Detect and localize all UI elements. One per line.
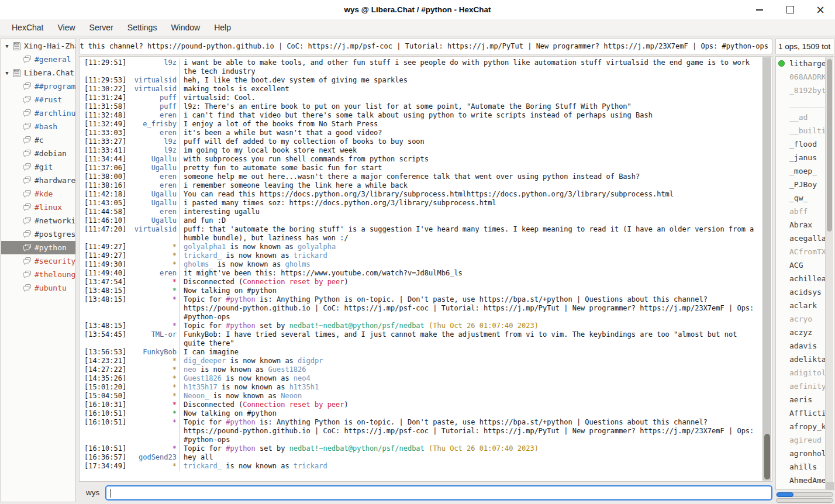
tree-expander-icon[interactable]: ▼ bbox=[3, 43, 11, 49]
message-segment: someone help me out here...wasn't there … bbox=[184, 172, 640, 181]
channel-icon bbox=[22, 82, 32, 91]
userlist-scrollbar-thumb[interactable] bbox=[827, 59, 832, 232]
message-timestamp: [11:32:48] bbox=[80, 111, 127, 120]
tree-channel--postgresql[interactable]: #postgresql bbox=[1, 227, 75, 241]
minimize-button[interactable] bbox=[753, 4, 766, 16]
tree-item-label: #postgresql bbox=[34, 230, 75, 239]
message-text: trickard_ is now known as trickard bbox=[180, 462, 762, 471]
tree-server-libera-chat[interactable]: ▼Libera.Chat bbox=[1, 66, 75, 80]
message-segment: with subprocess you run shell commands f… bbox=[184, 155, 429, 163]
menu-window[interactable]: Window bbox=[164, 20, 207, 34]
tree-channel--archlinux[interactable]: #archlinux bbox=[1, 106, 75, 120]
message-nick: FunkyBob bbox=[127, 348, 180, 357]
menu-server[interactable]: Server bbox=[82, 20, 120, 34]
tree-expander-icon[interactable]: ▼ bbox=[3, 70, 11, 76]
message-timestamp: [11:46:10] bbox=[80, 216, 127, 225]
message-nick: * bbox=[127, 251, 180, 260]
message-segment: nedbat!~nedbat@python/psf/nedbat bbox=[289, 322, 425, 330]
maximize-button[interactable] bbox=[784, 4, 796, 16]
message-nick: virtualsid bbox=[127, 225, 180, 234]
chat-message: [13:48:15]*Topic for #python set by nedb… bbox=[80, 322, 762, 330]
chat-message: [11:32:49]e_frisbyI enjoy a lot of the b… bbox=[80, 120, 762, 129]
chat-message: [11:30:22]virtualsidmaking tools is exce… bbox=[80, 85, 762, 94]
tree-channel--general[interactable]: #general bbox=[1, 53, 75, 66]
message-segment: is: Anything Python is on-topic. | Don't… bbox=[184, 418, 754, 444]
message-timestamp: [13:47:54] bbox=[80, 278, 127, 286]
tree-item-label: ##programming bbox=[34, 82, 75, 91]
message-text: interesting ugallu bbox=[180, 208, 762, 216]
message-nick: l9z bbox=[127, 58, 180, 67]
chat-message: [11:38:00]erensomeone help me out here..… bbox=[80, 172, 762, 181]
tree-channel--thelounge[interactable]: #thelounge bbox=[1, 268, 75, 281]
menu-hexchat[interactable]: HexChat bbox=[5, 20, 50, 34]
message-segment: is now known as bbox=[226, 357, 298, 365]
chat-message: [11:32:48]ereni can't find that video bu… bbox=[80, 111, 762, 120]
message-text: dig_deeper is now known as digdpr bbox=[180, 357, 762, 365]
menu-view[interactable]: View bbox=[50, 20, 82, 34]
throttle-meter bbox=[776, 498, 833, 503]
message-text: heh, I like the boot.dev system of givin… bbox=[180, 76, 762, 85]
message-segment: trickard bbox=[294, 251, 327, 260]
message-segment: i remember someone leaving the link here… bbox=[184, 181, 408, 189]
tree-channel--git[interactable]: #git bbox=[1, 160, 75, 174]
tree-channel--kde[interactable]: #kde bbox=[1, 187, 75, 201]
message-timestamp: [16:10:51] bbox=[80, 418, 127, 427]
chat-message: [13:48:15]*Now talking on #python bbox=[80, 286, 762, 295]
user-nick: Afflictio bbox=[789, 409, 830, 417]
tree-item-label: #security bbox=[34, 257, 75, 265]
message-segment: Now talking on #python bbox=[184, 286, 277, 295]
message-timestamp: [16:10:31] bbox=[80, 401, 127, 409]
message-segment: is now known as bbox=[209, 392, 281, 400]
message-nick: eren bbox=[127, 269, 180, 278]
user-nick: aczyz bbox=[789, 328, 812, 337]
message-timestamp: [14:23:21] bbox=[80, 357, 127, 365]
menu-help[interactable]: Help bbox=[207, 20, 238, 34]
tree-channel--security[interactable]: #security bbox=[1, 254, 75, 268]
message-nick: * bbox=[127, 392, 180, 401]
tree-channel--programming[interactable]: ##programming bbox=[1, 80, 75, 93]
user-nick: acegalla- bbox=[789, 234, 830, 243]
tree-server-xing-hai-zhan[interactable]: ▼Xing-Hai-Zhan bbox=[1, 39, 75, 53]
message-segment: is now known as bbox=[196, 365, 268, 374]
tree-channel--debian[interactable]: #debian bbox=[1, 147, 75, 160]
message-segment: I enjoy a lot of the books from No Starh… bbox=[184, 120, 378, 128]
chat-scrollbar-thumb[interactable] bbox=[764, 434, 770, 479]
tree-channel--networking[interactable]: #networking bbox=[1, 214, 75, 227]
message-nick: * bbox=[127, 418, 180, 427]
tree-channel--linux[interactable]: #linux bbox=[1, 201, 75, 214]
channel-icon bbox=[22, 163, 32, 171]
tree-channel--c[interactable]: #c bbox=[1, 133, 75, 147]
title-bar[interactable]: wys @ Libera.Chat / #python - HexChat × bbox=[0, 0, 835, 19]
close-button[interactable]: × bbox=[814, 4, 827, 16]
message-segment: virtualsid: Cool. bbox=[184, 94, 256, 102]
message-nick: Ugallu bbox=[127, 199, 180, 208]
message-text: i remember someone leaving the link here… bbox=[180, 181, 762, 190]
channel-icon bbox=[22, 96, 32, 104]
message-input[interactable] bbox=[105, 485, 772, 500]
topic-bar[interactable]: about this channel? https://pound-python… bbox=[79, 39, 772, 54]
channel-icon bbox=[22, 271, 32, 279]
own-nick-label[interactable]: wys bbox=[79, 488, 105, 497]
chat-scrollbar[interactable] bbox=[762, 57, 771, 481]
chat-message: [11:44:58]ereninteresting ugallu bbox=[80, 208, 762, 216]
chat-area: [11:29:51]l9zi want be able to make tool… bbox=[79, 56, 772, 482]
message-text: Neoon_ is now known as Neoon bbox=[180, 392, 762, 401]
message-text: l9z: There's an entire book to put on yo… bbox=[180, 102, 762, 111]
tree-channel--hardware[interactable]: #hardware bbox=[1, 174, 75, 187]
channel-icon bbox=[22, 136, 32, 144]
message-segment: ) bbox=[344, 401, 349, 409]
tree-channel--python[interactable]: #python bbox=[1, 241, 75, 254]
userlist-scrollbar[interactable] bbox=[825, 57, 833, 489]
menu-settings[interactable]: Settings bbox=[120, 20, 164, 34]
tree-channel--rust[interactable]: ##rust bbox=[1, 93, 75, 106]
message-segment: trickard_ bbox=[184, 462, 222, 470]
tree-channel--bash[interactable]: #bash bbox=[1, 120, 75, 133]
message-text: FunkyBob: I have tried several times, an… bbox=[180, 330, 762, 348]
message-timestamp: [13:48:15] bbox=[80, 322, 127, 330]
message-nick: TML-or bbox=[127, 330, 180, 339]
message-text: Guest1826 is now known as neo4 bbox=[180, 374, 762, 383]
tree-channel--ubuntu[interactable]: #ubuntu bbox=[1, 281, 75, 295]
message-segment: interesting ugallu bbox=[184, 208, 260, 216]
message-segment: FunkyBob: I have tried several times, an… bbox=[184, 330, 737, 347]
user-nick: ahills bbox=[789, 462, 817, 471]
